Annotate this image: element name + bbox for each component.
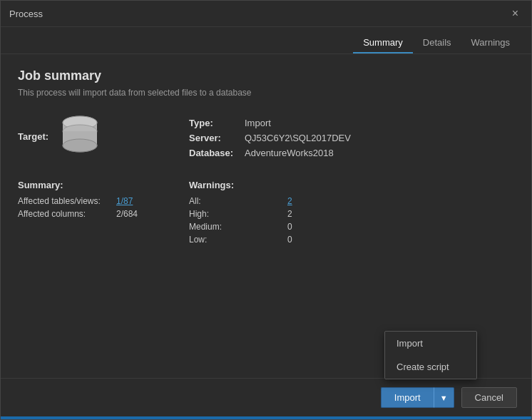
database-icon — [60, 116, 100, 158]
tables-val[interactable]: 1/87 — [116, 196, 133, 206]
import-button[interactable]: Import — [381, 387, 434, 408]
type-key: Type: — [189, 118, 239, 128]
bottom-accent-bar — [1, 416, 531, 419]
tab-summary[interactable]: Summary — [353, 33, 413, 53]
warnings-low-row: Low: 0 — [189, 235, 317, 245]
type-row: Type: Import — [189, 118, 351, 128]
server-row: Server: QJ53C6Y2\SQL2017DEV — [189, 133, 351, 143]
tab-warnings[interactable]: Warnings — [461, 33, 520, 53]
warnings-low-val: 0 — [287, 235, 292, 245]
job-title: Job summary — [18, 68, 514, 83]
job-description: This process will import data from selec… — [18, 88, 514, 98]
import-dropdown-button[interactable]: ▼ — [434, 387, 454, 408]
database-val: AdventureWorks2018 — [245, 148, 334, 158]
target-label: Target: — [18, 131, 48, 142]
main-info-section: Target: Type: Import Serve — [18, 115, 514, 158]
warnings-medium-key: Medium: — [189, 222, 282, 232]
warnings-all-val[interactable]: 2 — [287, 196, 292, 206]
warnings-high-val: 2 — [287, 209, 292, 219]
info-section: Type: Import Server: QJ53C6Y2\SQL2017DEV… — [189, 115, 351, 158]
import-dropdown-menu: Import Create script — [384, 331, 477, 379]
tab-bar: Summary Details Warnings — [1, 27, 531, 54]
process-dialog: Process × Summary Details Warnings Job s… — [0, 0, 532, 420]
dialog-title: Process — [9, 9, 43, 19]
cancel-button[interactable]: Cancel — [461, 387, 517, 408]
summary-block: Summary: Affected tables/views: 1/87 Aff… — [18, 180, 146, 247]
close-button[interactable]: × — [508, 6, 523, 21]
warnings-high-key: High: — [189, 209, 282, 219]
columns-key: Affected columns: — [18, 209, 111, 219]
warnings-low-key: Low: — [189, 235, 282, 245]
title-bar: Process × — [1, 1, 531, 27]
tables-row: Affected tables/views: 1/87 — [18, 196, 146, 206]
dropdown-import-item[interactable]: Import — [385, 332, 476, 355]
columns-row: Affected columns: 2/684 — [18, 209, 146, 219]
database-row: Database: AdventureWorks2018 — [189, 148, 351, 158]
warnings-all-key: All: — [189, 196, 282, 206]
summary-title: Summary: — [18, 180, 146, 190]
warnings-title: Warnings: — [189, 180, 317, 190]
import-button-group: Import ▼ — [381, 387, 454, 408]
dropdown-create-script-item[interactable]: Create script — [385, 355, 476, 379]
warnings-block: Warnings: All: 2 High: 2 Medium: 0 Low: … — [189, 180, 317, 247]
type-val: Import — [245, 118, 271, 128]
columns-val: 2/684 — [116, 209, 138, 219]
warnings-all-row: All: 2 — [189, 196, 317, 206]
database-key: Database: — [189, 148, 239, 158]
warnings-high-row: High: 2 — [189, 209, 317, 219]
bottom-section: Summary: Affected tables/views: 1/87 Aff… — [18, 180, 514, 247]
svg-point-6 — [63, 139, 97, 152]
server-key: Server: — [189, 133, 239, 143]
tables-key: Affected tables/views: — [18, 196, 111, 206]
footer: Import ▼ Cancel Import Create script — [1, 378, 531, 416]
main-content: Job summary This process will import dat… — [1, 54, 531, 378]
warnings-medium-row: Medium: 0 — [189, 222, 317, 232]
warnings-medium-val: 0 — [287, 222, 292, 232]
target-section: Target: — [18, 115, 160, 158]
tab-details[interactable]: Details — [413, 33, 461, 53]
server-val: QJ53C6Y2\SQL2017DEV — [245, 133, 351, 143]
